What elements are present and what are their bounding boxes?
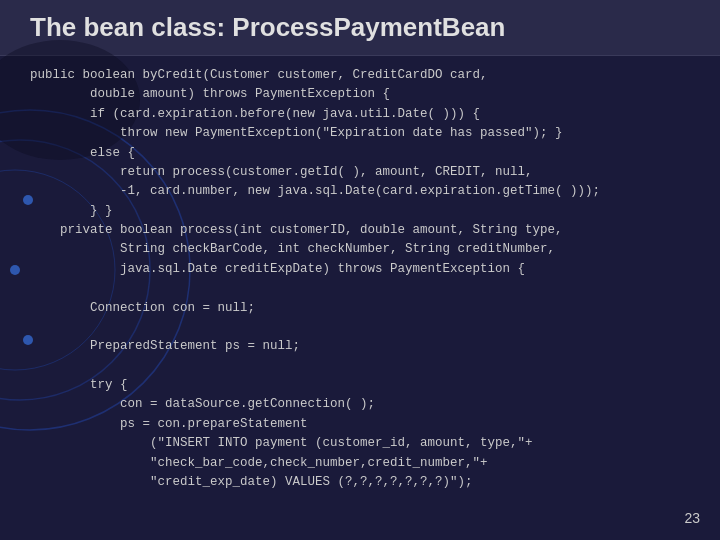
slide-container: The bean class: ProcessPaymentBean publi…: [0, 0, 720, 540]
code-line-3: if (card.expiration.before(new java.util…: [30, 107, 480, 121]
code-line-19: ps = con.prepareStatement: [30, 417, 308, 431]
code-line-5: else {: [30, 146, 135, 160]
code-line-11: java.sql.Date creditExpDate) throws Paym…: [30, 262, 525, 276]
slide-number: 23: [684, 510, 700, 526]
code-line-6: return process(customer.getId( ), amount…: [30, 165, 533, 179]
code-line-1: public boolean byCredit(Customer custome…: [30, 68, 488, 82]
code-area: public boolean byCredit(Customer custome…: [0, 56, 720, 502]
code-line-7: -1, card.number, new java.sql.Date(card.…: [30, 184, 600, 198]
code-line-4: throw new PaymentException("Expiration d…: [30, 126, 563, 140]
code-line-18: con = dataSource.getConnection( );: [30, 397, 375, 411]
code-line-10: String checkBarCode, int checkNumber, St…: [30, 242, 555, 256]
code-line-22: "credit_exp_date) VALUES (?,?,?,?,?,?,?)…: [30, 475, 473, 489]
code-line-20: ("INSERT INTO payment (customer_id, amou…: [30, 436, 533, 450]
code-line-8: } }: [30, 204, 113, 218]
code-line-17: try {: [30, 378, 128, 392]
slide-title: The bean class: ProcessPaymentBean: [30, 12, 505, 42]
title-bar: The bean class: ProcessPaymentBean: [0, 0, 720, 56]
code-line-15: PreparedStatement ps = null;: [30, 339, 300, 353]
code-line-9: private boolean process(int customerID, …: [30, 223, 563, 237]
code-line-21: "check_bar_code,check_number,credit_numb…: [30, 456, 488, 470]
code-line-13: Connection con = null;: [30, 301, 255, 315]
code-block: public boolean byCredit(Customer custome…: [30, 66, 690, 492]
code-line-2: double amount) throws PaymentException {: [30, 87, 390, 101]
